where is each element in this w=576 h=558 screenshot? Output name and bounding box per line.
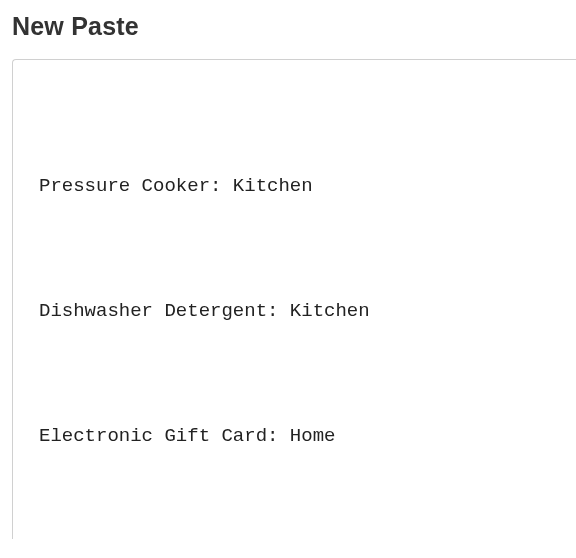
- paste-content-area[interactable]: Pressure Cooker: Kitchen Dishwasher Dete…: [12, 59, 576, 539]
- paste-line: Pressure Cooker: Kitchen: [39, 166, 550, 208]
- page-title: New Paste: [12, 12, 576, 41]
- paste-line: Electronic Gift Card: Home: [39, 416, 550, 458]
- paste-line: Dishwasher Detergent: Kitchen: [39, 291, 550, 333]
